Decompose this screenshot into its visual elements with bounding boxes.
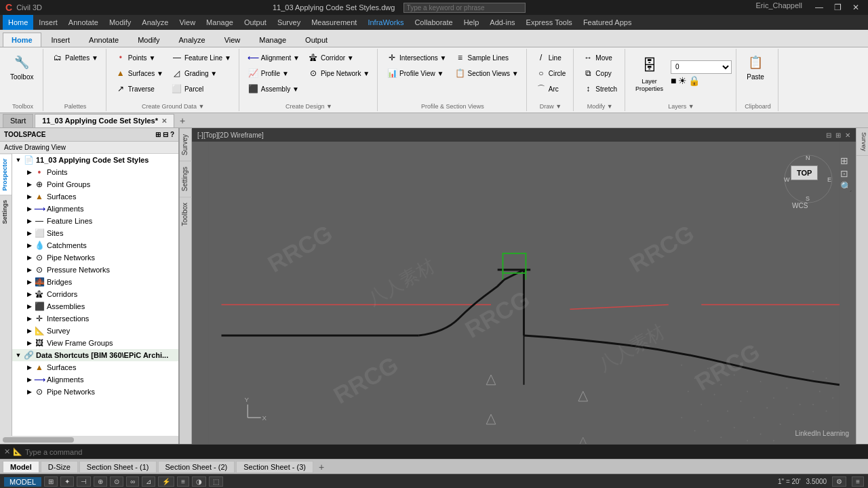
menu-collaborate[interactable]: Collaborate <box>409 15 458 30</box>
tree-item-alignments[interactable]: ▶ ⟶ Alignments <box>12 203 178 215</box>
feature-line-button[interactable]: — Feature Line ▼ <box>168 50 235 65</box>
menu-output[interactable]: Output <box>239 15 272 30</box>
expand-corridors[interactable]: ▶ <box>24 291 34 298</box>
cmdline-close-icon[interactable]: ✕ <box>4 447 10 456</box>
tree-item-pipe-networks[interactable]: ▶ ⊙ Pipe Networks <box>12 251 178 264</box>
expand-assemblies[interactable]: ▶ <box>24 303 34 310</box>
expand-point-groups[interactable]: ▶ <box>24 181 34 188</box>
menu-home[interactable]: Home <box>3 15 33 30</box>
surfaces-button[interactable]: ▲ Surfaces ▼ <box>112 66 167 81</box>
snap-button[interactable]: ✦ <box>60 476 74 487</box>
toolspace-icon2[interactable]: ⊟ <box>163 131 168 138</box>
tree-item-intersections[interactable]: ▶ ✛ Intersections <box>12 312 178 325</box>
tree-item-catchments[interactable]: ▶ 💧 Catchments <box>12 239 178 251</box>
menu-manage[interactable]: Manage <box>201 15 239 30</box>
top-view-button[interactable]: TOP <box>791 165 818 180</box>
sample-lines-button[interactable]: ≡ Sample Lines <box>451 50 521 65</box>
otrack-button[interactable]: ∞ <box>126 476 139 487</box>
tree-item-pressure-networks[interactable]: ▶ ⊙ Pressure Networks <box>12 264 178 276</box>
tab-d-size[interactable]: D-Size <box>41 461 78 473</box>
circle-button[interactable]: ○ Circle <box>532 66 570 81</box>
expand-intersections[interactable]: ▶ <box>24 315 34 322</box>
tree-item-ds-surfaces[interactable]: ▶ ▲ Surfaces <box>12 361 178 373</box>
tab-drawing-close[interactable]: ✕ <box>161 117 167 125</box>
expand-surfaces[interactable]: ▶ <box>24 193 34 200</box>
tab-output[interactable]: Output <box>296 33 336 47</box>
tree-item-corridors[interactable]: ▶ 🛣 Corridors <box>12 288 178 300</box>
osnap-button[interactable]: ⊙ <box>110 476 123 487</box>
side-tab-toolbox[interactable]: Toolbox <box>180 197 192 231</box>
expand-points[interactable]: ▶ <box>24 169 34 176</box>
stretch-button[interactable]: ↕ Stretch <box>579 81 620 96</box>
toolspace-icon1[interactable]: ⊞ <box>155 131 161 138</box>
tree-item-points[interactable]: ▶ • Points <box>12 166 178 178</box>
viewport-icon1[interactable]: ⊞ <box>840 155 852 166</box>
section-views-button[interactable]: 📋 Section Views ▼ <box>451 66 521 81</box>
menu-survey[interactable]: Survey <box>272 15 306 30</box>
expand-ds-pipe-networks[interactable]: ▶ <box>24 388 34 395</box>
tree-item-bridges[interactable]: ▶ 🌉 Bridges <box>12 276 178 288</box>
side-tab-settings[interactable]: Settings <box>180 161 192 197</box>
expand-root-drawing[interactable]: ▼ <box>14 157 23 163</box>
layer-properties-button[interactable]: 🗄 LayerProperties <box>631 50 668 96</box>
line-button[interactable]: / Line <box>532 50 570 65</box>
palettes-button[interactable]: 🗂 Palettes ▼ <box>49 50 102 65</box>
tab-start[interactable]: Start <box>3 114 33 127</box>
tab-add-sheet-button[interactable]: + <box>315 460 328 474</box>
tree-item-survey[interactable]: ▶ 📐 Survey <box>12 325 178 337</box>
tree-item-data-shortcuts[interactable]: ▼ 🔗 Data Shortcuts [BIM 360\EPiC Archi..… <box>12 349 178 361</box>
tree-item-sites[interactable]: ▶ ⬜ Sites <box>12 227 178 239</box>
menu-infraworks[interactable]: InfraWorks <box>362 15 409 30</box>
tree-item-surfaces[interactable]: ▶ ▲ Surfaces <box>12 190 178 203</box>
copy-button[interactable]: ⧉ Copy <box>579 66 620 81</box>
tab-drawing[interactable]: 11_03 Applying Code Set Styles* ✕ <box>35 114 174 127</box>
command-input[interactable] <box>25 448 864 456</box>
viewport-close-icon[interactable]: ✕ <box>845 131 850 139</box>
tab-insert[interactable]: Insert <box>43 33 79 47</box>
parcel-button[interactable]: ⬜ Parcel <box>168 81 235 96</box>
viewport-icon3[interactable]: 🔍 <box>840 181 852 192</box>
tab-section-sheet-1[interactable]: Section Sheet - (1) <box>79 461 157 473</box>
assembly-button[interactable]: ⬛ Assembly ▼ <box>245 81 303 96</box>
ducs-button[interactable]: ⊿ <box>142 476 155 487</box>
menu-addins[interactable]: Add-ins <box>484 15 520 30</box>
polar-button[interactable]: ⊕ <box>94 476 107 487</box>
grading-button[interactable]: ◿ Grading ▼ <box>168 66 235 81</box>
paste-button[interactable]: 📋 Paste <box>742 50 769 83</box>
menu-help[interactable]: Help <box>458 15 485 30</box>
layer-freeze-icon[interactable]: ☀ <box>678 75 687 86</box>
tab-section-sheet-3[interactable]: Section Sheet - (3) <box>236 461 313 473</box>
expand-survey[interactable]: ▶ <box>24 327 34 334</box>
tab-add-button[interactable]: + <box>176 114 189 127</box>
toolbox-button[interactable]: 🔧 Toolbox <box>7 50 37 83</box>
layer-color-icon[interactable]: ■ <box>671 75 676 86</box>
vtab-prospector[interactable]: Prospector <box>0 154 12 195</box>
expand-ds-alignments[interactable]: ▶ <box>24 376 34 383</box>
menu-measurement[interactable]: Measurement <box>306 15 362 30</box>
menu-insert[interactable]: Insert <box>33 15 63 30</box>
minimize-button[interactable]: — <box>812 1 827 14</box>
viewport-icon2[interactable]: ⊡ <box>840 168 852 179</box>
tree-item-point-groups[interactable]: ▶ ⊕ Point Groups <box>12 178 178 190</box>
profile-view-button[interactable]: 📊 Profile View ▼ <box>383 66 450 81</box>
restore-button[interactable]: ❐ <box>831 1 845 14</box>
search-input[interactable] <box>403 3 526 13</box>
menu-analyze[interactable]: Analyze <box>136 15 174 30</box>
tab-model[interactable]: Model <box>3 461 39 473</box>
dyn-button[interactable]: ⚡ <box>158 476 174 487</box>
tree-item-assemblies[interactable]: ▶ ⬛ Assemblies <box>12 300 178 312</box>
expand-alignments[interactable]: ▶ <box>24 205 34 212</box>
points-button[interactable]: • Points ▼ <box>112 50 167 65</box>
expand-view-frame-groups[interactable]: ▶ <box>24 340 34 346</box>
expand-feature-lines[interactable]: ▶ <box>24 218 34 224</box>
tree-item-ds-alignments[interactable]: ▶ ⟶ Alignments <box>12 373 178 386</box>
layer-lock-icon[interactable]: 🔒 <box>688 75 700 86</box>
menu-express-tools[interactable]: Express Tools <box>521 15 578 30</box>
intersections-button[interactable]: ✛ Intersections ▼ <box>383 50 450 65</box>
ortho-button[interactable]: ⊣ <box>77 476 91 487</box>
viewport-restore-icon[interactable]: ⊟ <box>826 131 831 139</box>
move-button[interactable]: ↔ Move <box>579 50 620 65</box>
selection-button[interactable]: ⬚ <box>209 476 223 487</box>
alignment-button[interactable]: ⟵ Alignment ▼ <box>245 50 303 65</box>
right-tab-survey[interactable]: Survey <box>856 128 869 156</box>
